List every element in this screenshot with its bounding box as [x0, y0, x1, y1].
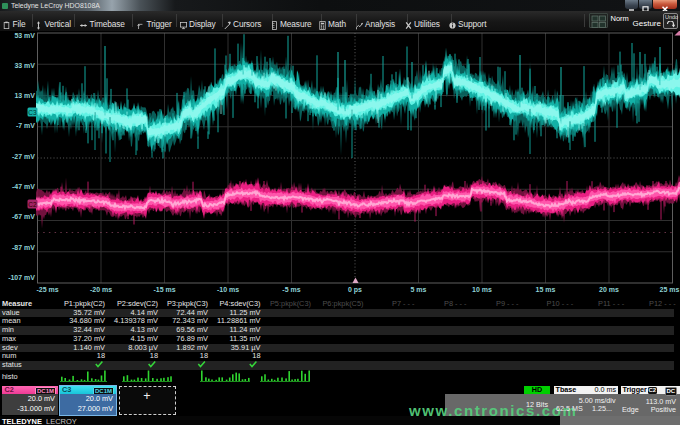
svg-text:C2: C2 [28, 201, 37, 208]
svg-text:C3: C3 [28, 109, 37, 116]
